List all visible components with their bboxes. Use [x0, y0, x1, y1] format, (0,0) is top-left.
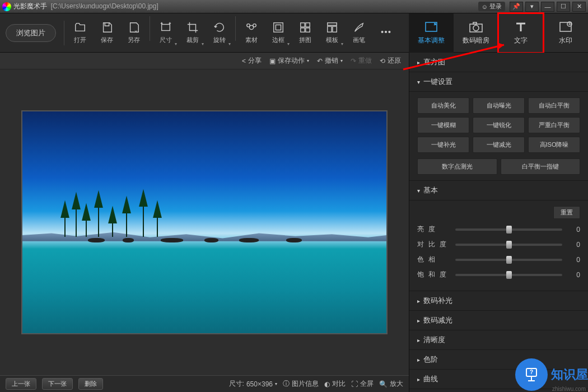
tab-camera[interactable]: 数码暗房 [454, 13, 498, 53]
fullscreen-button[interactable]: ⛶全屏 [351, 379, 374, 389]
preset-button[interactable]: 自动曝光 [473, 97, 525, 114]
slider-thumb[interactable] [506, 241, 512, 249]
info-icon: ⓘ [283, 379, 290, 389]
slider-thumb[interactable] [506, 271, 512, 279]
section-数码减光[interactable]: 数码减光 [409, 311, 588, 330]
svg-point-18 [473, 25, 479, 31]
tool-collage[interactable]: 拼图 [292, 16, 319, 50]
svg-rect-8 [301, 28, 305, 32]
tool-brush[interactable]: 画笔 [346, 16, 372, 50]
more-icon [380, 26, 392, 38]
preset-button[interactable]: 自动白平衡 [528, 97, 580, 114]
section-oneclick[interactable]: 一键设置 [409, 72, 588, 92]
svg-rect-11 [328, 26, 332, 32]
slider-色相: 色相0 [417, 255, 580, 264]
minimize-button[interactable]: — [541, 2, 554, 12]
svg-point-13 [381, 31, 383, 32]
zoom-button[interactable]: 🔍放大 [379, 379, 403, 389]
section-histogram[interactable]: 直方图 [409, 53, 588, 72]
tool-open[interactable]: 打开 [67, 16, 94, 50]
reset-button[interactable]: 重置 [553, 206, 580, 219]
zoom-icon: 🔍 [379, 380, 388, 388]
preset-button[interactable]: 一键补光 [417, 137, 469, 153]
text-icon [513, 20, 529, 34]
redo-button[interactable]: ↷重做 [351, 56, 372, 66]
tool-rotate[interactable]: 旋转 [206, 16, 233, 50]
svg-point-15 [389, 31, 390, 32]
undo-icon: ↶ [317, 57, 323, 65]
tool-crop[interactable]: 裁剪 [179, 16, 206, 50]
preset-button[interactable]: 自动美化 [417, 97, 469, 114]
fullscreen-icon: ⛶ [351, 380, 358, 388]
svg-rect-12 [333, 26, 337, 32]
size-icon [160, 21, 172, 34]
tool-saveas[interactable]: 另存 [120, 16, 147, 50]
tab-watermark[interactable]: 水印 [543, 13, 588, 53]
svg-rect-19 [473, 22, 477, 24]
preset-button[interactable]: 白平衡一指键 [501, 158, 581, 175]
collage-icon [299, 21, 311, 34]
image-canvas[interactable] [22, 111, 386, 333]
saveas-icon [128, 21, 140, 34]
slider-track[interactable] [455, 259, 562, 261]
pin-button[interactable]: 📌 [510, 2, 523, 12]
redo-icon: ↷ [351, 57, 356, 65]
section-basic[interactable]: 基本 [409, 181, 588, 200]
watermark-icon [558, 20, 573, 34]
slider-thumb[interactable] [506, 226, 512, 234]
svg-rect-7 [306, 23, 310, 27]
size-display: 尺寸:650×396▾ [229, 379, 277, 389]
tool-more[interactable] [372, 16, 399, 50]
info-button[interactable]: ⓘ图片信息 [283, 379, 319, 389]
tool-material[interactable]: 素材 [238, 16, 265, 50]
tab-text[interactable]: 文字 [498, 13, 543, 53]
tab-adjust[interactable]: 基本调整 [409, 13, 454, 53]
slider-thumb[interactable] [506, 256, 512, 264]
restore-button[interactable]: ⟲还原 [380, 56, 401, 66]
open-icon [74, 21, 86, 34]
login-button[interactable]: ☺登录 [478, 2, 505, 11]
browse-button[interactable]: 浏览图片 [6, 24, 56, 42]
frame-icon [272, 21, 284, 34]
svg-point-14 [385, 31, 387, 32]
user-icon: ☺ [482, 3, 488, 10]
tool-save[interactable]: 保存 [94, 16, 120, 50]
window-title: 光影魔术手 [C:\Users\kunduogx\Desktop\00.jpg] [13, 2, 478, 11]
tool-frame[interactable]: 边框 [265, 16, 292, 50]
film-icon: ▣ [269, 57, 276, 65]
maximize-button[interactable]: ☐ [557, 2, 570, 12]
delete-button[interactable]: 删除 [78, 378, 103, 390]
camera-icon [468, 20, 484, 34]
slider-track[interactable] [455, 228, 562, 231]
slider-track[interactable] [455, 274, 562, 276]
next-button[interactable]: 下一张 [42, 378, 73, 390]
section-数码补光[interactable]: 数码补光 [409, 291, 588, 311]
adjust-icon [423, 20, 439, 34]
slider-亮度: 亮度0 [417, 225, 580, 234]
close-button[interactable]: ✕ [572, 2, 586, 12]
preset-button[interactable]: 一键模糊 [417, 117, 469, 133]
undo-button[interactable]: ↶撤销▾ [317, 56, 343, 66]
slider-track[interactable] [455, 244, 562, 246]
slider-对比度: 对比度0 [417, 240, 580, 249]
compare-button[interactable]: ◐对比 [324, 379, 346, 389]
share-button[interactable]: <分享 [242, 56, 262, 66]
preset-button[interactable]: 严重白平衡 [528, 117, 580, 133]
watermark-logo: ? 知识屋 [515, 358, 588, 391]
svg-point-3 [253, 24, 256, 27]
section-清晰度[interactable]: 清晰度 [409, 330, 588, 350]
dropdown-button[interactable]: ▾ [525, 2, 539, 12]
prev-button[interactable]: 上一张 [6, 378, 36, 390]
preset-button[interactable]: 一键减光 [473, 137, 525, 153]
svg-rect-10 [328, 23, 337, 26]
preset-button[interactable]: 高ISO降噪 [528, 137, 580, 153]
svg-rect-9 [306, 28, 310, 32]
tool-template[interactable]: 模板 [319, 16, 346, 50]
tool-size[interactable]: 尺寸 [152, 16, 179, 50]
save-action-button[interactable]: ▣保存动作▾ [269, 56, 309, 66]
rotate-icon [213, 21, 226, 34]
svg-rect-6 [301, 23, 305, 27]
preset-button[interactable]: 一键锐化 [473, 117, 525, 133]
slider-饱和度: 饱和度0 [417, 270, 580, 279]
preset-button[interactable]: 数字点测光 [417, 158, 497, 175]
